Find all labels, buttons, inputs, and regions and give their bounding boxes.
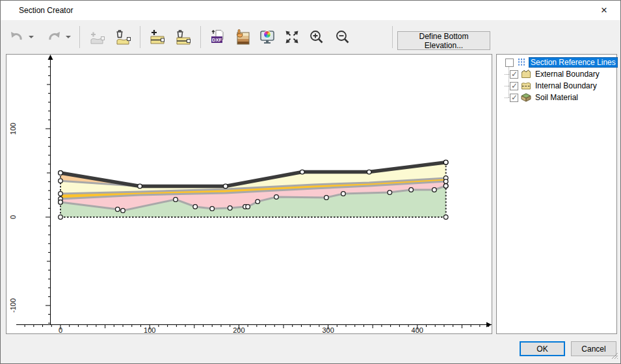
tree-item-label[interactable]: Section Reference Lines — [529, 57, 618, 68]
resize-grip[interactable] — [611, 352, 618, 361]
tree-item-soil-material[interactable]: Soil Material — [497, 92, 616, 103]
zoom-extents-icon — [284, 29, 300, 45]
define-bottom-elevation-button[interactable]: Define Bottom Elevation... — [397, 31, 490, 50]
external-boundary-icon — [521, 69, 531, 79]
close-icon: × — [601, 4, 607, 17]
tree-item-internal-boundary[interactable]: Internal Boundary — [497, 80, 616, 92]
title-bar: Section Creator × — [1, 1, 620, 20]
assign-soil-material-button[interactable] — [233, 25, 252, 49]
zoom-out-icon — [334, 29, 351, 46]
redo-icon — [46, 29, 62, 45]
internal-boundary-checkbox[interactable] — [510, 82, 518, 90]
zoom-extents-button[interactable] — [282, 25, 302, 49]
assign-soil-material-icon — [234, 29, 251, 46]
svg-text:300: 300 — [322, 326, 334, 333]
section-creator-dialog: Section Creator × — [0, 0, 621, 364]
section-plot-panel: 0100200300400-1000100 — [6, 54, 492, 334]
chevron-down-icon — [29, 36, 34, 38]
toolbar-separator — [392, 26, 393, 48]
toolbar-separator — [200, 26, 201, 48]
svg-text:400: 400 — [412, 326, 423, 333]
undo-button[interactable] — [7, 25, 27, 49]
zoom-in-button[interactable] — [307, 25, 326, 49]
redo-button[interactable] — [44, 25, 64, 49]
tree-item-label[interactable]: External Boundary — [533, 69, 601, 79]
import-dxf-button[interactable]: DXF — [208, 25, 228, 49]
undo-dropdown-button[interactable] — [27, 25, 35, 49]
undo-icon — [9, 29, 25, 45]
soil-material-icon — [521, 92, 531, 103]
tree-item-label[interactable]: Internal Boundary — [533, 81, 599, 91]
svg-text:DXF: DXF — [212, 37, 222, 43]
svg-text:100: 100 — [144, 326, 155, 333]
toolbar-separator — [79, 26, 80, 48]
svg-text:200: 200 — [233, 326, 244, 333]
delete-vertex-icon — [114, 29, 131, 46]
import-dxf-icon: DXF — [209, 29, 226, 46]
add-boundary-icon — [149, 29, 166, 46]
delete-boundary-button[interactable] — [174, 25, 193, 49]
internal-boundary-icon — [521, 81, 531, 91]
tree-item-label[interactable]: Soil Material — [533, 92, 580, 103]
toolbar: DXF — [1, 20, 620, 54]
soil-material-checkbox[interactable] — [510, 94, 518, 102]
layer-tree-panel: Section Reference Lines External Boundar… — [496, 54, 617, 334]
zoom-out-button[interactable] — [333, 25, 352, 49]
chevron-down-icon — [66, 36, 71, 38]
redo-dropdown-button[interactable] — [64, 25, 72, 49]
display-options-button[interactable] — [258, 25, 277, 49]
section-canvas[interactable]: 0100200300400-1000100 — [7, 55, 492, 333]
svg-text:100: 100 — [9, 123, 17, 135]
svg-text:-100: -100 — [9, 298, 17, 313]
section-reference-lines-icon — [516, 57, 527, 68]
window-title: Section Creator — [1, 6, 73, 15]
svg-text:0: 0 — [59, 326, 62, 333]
color-wheel-icon — [263, 31, 271, 38]
external-boundary-checkbox[interactable] — [510, 70, 518, 79]
tree-item-external-boundary[interactable]: External Boundary — [497, 68, 616, 80]
close-button[interactable]: × — [593, 1, 615, 20]
delete-vertex-button[interactable] — [113, 25, 133, 49]
section-reference-lines-checkbox[interactable] — [505, 58, 514, 67]
ok-button[interactable]: OK — [520, 341, 565, 356]
add-vertex-button[interactable] — [87, 25, 107, 49]
cancel-button[interactable]: Cancel — [571, 341, 616, 356]
add-boundary-button[interactable] — [148, 25, 167, 49]
add-vertex-icon — [88, 29, 105, 46]
zoom-in-icon — [308, 29, 325, 46]
svg-text:0: 0 — [9, 215, 17, 219]
tree-item-section-reference-lines[interactable]: Section Reference Lines — [497, 57, 616, 68]
toolbar-separator — [140, 26, 140, 48]
delete-boundary-icon — [175, 29, 192, 46]
